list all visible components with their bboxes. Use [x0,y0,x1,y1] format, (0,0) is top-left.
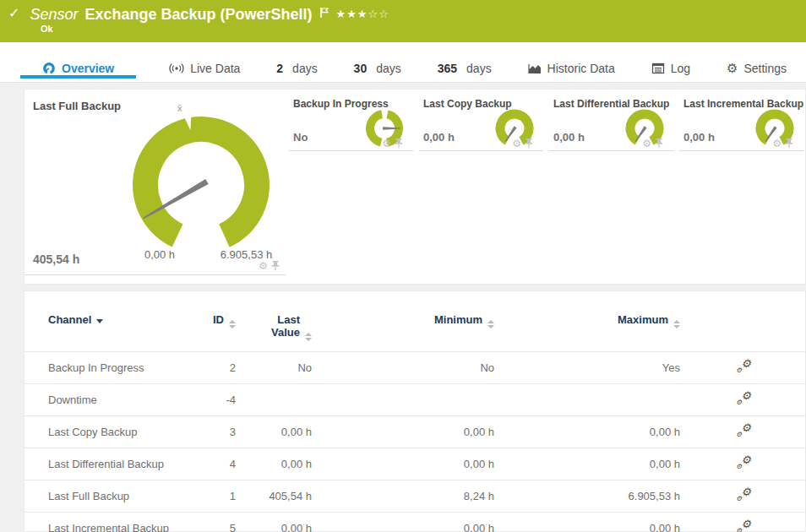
table-row: Backup In Progress 2 No No Yes [25,352,806,384]
tab-day-count: 30 [354,62,368,75]
channel-table: Channel ID Last Value Minimum Maximum [25,291,806,532]
channel-last-value: 0,00 h [236,416,312,448]
table-row: Last Full Backup 1 405,54 h 8,24 h 6.905… [25,480,806,513]
gauge-settings-icon[interactable] [259,261,268,271]
flag-icon[interactable] [319,7,329,22]
column-header-last-value[interactable]: Last Value [236,291,312,352]
table-row: Last Differential Backup 4 0,00 h 0,00 h… [25,448,806,480]
column-label: Maximum [618,313,668,326]
tab-label: days [292,62,318,75]
channel-name[interactable]: Downtime [25,384,193,416]
tab-label: Overview [62,62,114,75]
channel-settings-icon[interactable] [736,456,751,470]
channel-id: 2 [193,352,236,384]
channel-name[interactable]: Last Full Backup [25,480,193,513]
channel-minimum: No [312,352,494,384]
channel-last-value: 0,00 h [236,448,312,480]
gauge-max-label: 6.905,53 h [206,248,286,261]
tab-overview[interactable]: Overview [20,54,136,83]
column-label: Minimum [434,313,482,326]
gauge-icon [42,62,56,75]
gauge-settings-icon[interactable] [512,138,521,149]
gauge-current-value: No [293,131,308,144]
channel-maximum: Yes [494,352,680,384]
sort-icon [229,320,236,328]
channel-settings-icon[interactable] [736,424,751,437]
historic-data-icon [528,62,542,74]
gauge-tile-backup-in-progress[interactable]: Backup In Progress No [289,90,413,151]
channel-name[interactable]: Last Differential Backup [25,448,193,480]
column-label: ID [213,313,224,326]
channel-last-value [236,384,312,416]
channel-id: 5 [193,513,236,532]
pin-icon[interactable] [395,138,403,149]
pin-icon[interactable] [655,138,663,149]
gauge-settings-icon[interactable] [642,138,651,149]
channel-maximum: 0,00 h [494,448,680,480]
channel-name[interactable]: Backup In Progress [25,352,193,384]
gauge-settings-icon[interactable] [772,138,781,149]
tab-log[interactable]: Log [648,54,694,83]
pin-icon[interactable] [785,138,793,149]
channel-settings-icon[interactable] [736,520,751,532]
tab-bar: Overview Live Data 2 days 30 days 365 da… [0,42,806,83]
gauge-tile-last-incremental-backup[interactable]: Last Incremental Backup 0,00 h [679,90,803,151]
pin-icon[interactable] [271,261,280,271]
tab-label: Live Data [190,62,240,75]
gauge-current-value: 0,00 h [683,131,715,144]
gauge-settings-icon[interactable] [382,138,391,149]
channel-settings-icon[interactable] [736,488,751,502]
gauge-current-value: 405,54 h [33,252,79,266]
tab-settings[interactable]: Settings [723,54,790,83]
tab-live-data[interactable]: Live Data [166,54,243,83]
channel-last-value: 405,54 h [236,480,312,513]
gauge-tile-last-copy-backup[interactable]: Last Copy Backup 0,00 h [419,90,543,151]
channel-settings-icon[interactable] [736,360,751,373]
channel-maximum: 0,00 h [494,513,680,532]
page-title: Exchange Backup (PowerShell) [84,4,312,24]
gauge-current-value: 0,00 h [423,131,455,144]
column-header-channel[interactable]: Channel [25,291,193,352]
live-data-icon [169,62,184,74]
channel-maximum: 0,00 h [494,416,680,448]
status-badge: Ok [41,24,53,34]
channel-minimum: 0,00 h [312,513,494,532]
gauge-min-label: 0,00 h [134,248,185,261]
tab-30-days[interactable]: 30 days [351,54,405,83]
sensor-header: Sensor Exchange Backup (PowerShell) ★★★☆… [0,0,806,42]
gauge-current-value: 0,00 h [553,131,585,144]
sort-icon [487,320,494,328]
channel-last-value: 0,00 h [236,513,312,532]
gauge-tile-last-full-backup[interactable]: Last Full Backup x̄ 0,00 h 6.905,53 h 40… [25,90,286,275]
column-header-minimum[interactable]: Minimum [312,291,494,352]
column-header-maximum[interactable]: Maximum [494,291,680,352]
sort-desc-icon [96,319,103,323]
channel-name[interactable]: Last Copy Backup [25,416,193,448]
channel-maximum: 6.905,53 h [494,480,680,513]
table-header-row: Channel ID Last Value Minimum Maximum [25,291,806,352]
priority-stars[interactable]: ★★★☆☆ [336,8,389,20]
log-icon [651,62,665,74]
gauge-tile-last-differential-backup[interactable]: Last Differential Backup 0,00 h [549,90,673,151]
channel-table-panel: Channel ID Last Value Minimum Maximum [24,290,806,532]
pin-icon[interactable] [525,138,533,149]
tab-2-days[interactable]: 2 days [273,54,320,83]
tab-label: Historic Data [547,62,615,75]
column-header-id[interactable]: ID [193,291,236,352]
status-check-icon [8,4,19,23]
channel-id: 3 [193,416,236,448]
tab-label: days [376,62,401,75]
gauges-panel: Last Full Backup x̄ 0,00 h 6.905,53 h 40… [24,89,806,285]
tab-day-count: 2 [276,62,283,75]
channel-settings-icon[interactable] [736,392,751,405]
sort-icon [305,333,312,341]
column-label: Last Value [264,313,300,339]
primary-gauge [129,113,273,257]
tab-365-days[interactable]: 365 days [434,54,495,83]
channel-minimum: 0,00 h [312,448,494,480]
channel-maximum [494,384,680,416]
table-row: Last Copy Backup 3 0,00 h 0,00 h 0,00 h [25,416,806,448]
tab-label: Log [671,62,690,75]
channel-name[interactable]: Last Incremental Backup [25,513,193,532]
tab-historic-data[interactable]: Historic Data [525,54,618,83]
